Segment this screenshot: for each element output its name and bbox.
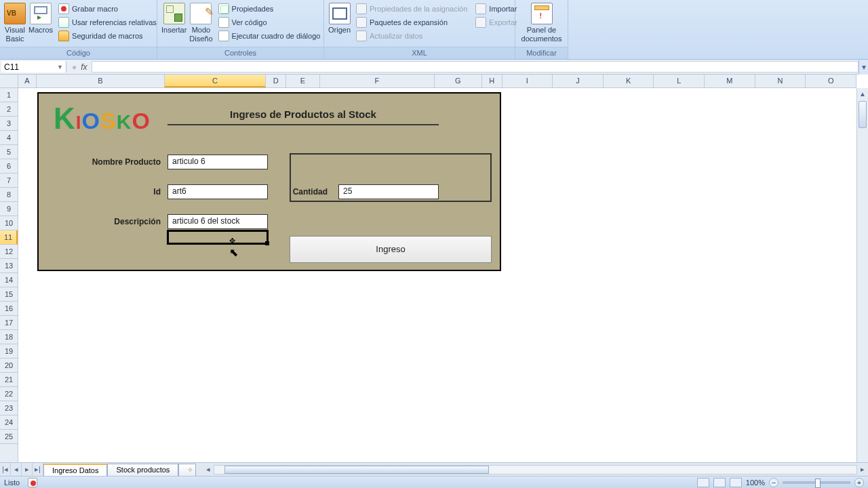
vertical-scrollbar[interactable]: ▲ bbox=[856, 88, 868, 462]
record-macro-button[interactable]: Grabar macro bbox=[56, 3, 159, 15]
column-headers[interactable]: ABCDEFGHIJKLMNO bbox=[18, 75, 856, 88]
row-header-21[interactable]: 21 bbox=[0, 373, 18, 387]
row-header-24[interactable]: 24 bbox=[0, 415, 18, 430]
row-header-22[interactable]: 22 bbox=[0, 387, 18, 401]
column-header-L[interactable]: L bbox=[654, 75, 705, 87]
column-header-K[interactable]: K bbox=[604, 75, 654, 87]
sheet-tab-stock-productos[interactable]: Stock productos bbox=[107, 464, 178, 476]
column-header-I[interactable]: I bbox=[502, 75, 553, 87]
column-header-N[interactable]: N bbox=[755, 75, 806, 87]
row-header-14[interactable]: 14 bbox=[0, 273, 18, 287]
row-header-2[interactable]: 2 bbox=[0, 102, 18, 117]
select-all-corner[interactable] bbox=[0, 75, 18, 88]
source-button[interactable]: Origen bbox=[327, 1, 352, 46]
expansion-packs-button[interactable]: Paquetes de expansión bbox=[353, 16, 470, 28]
row-header-23[interactable]: 23 bbox=[0, 401, 18, 415]
document-panel-button[interactable]: Panel de documentos bbox=[518, 1, 565, 46]
tab-next-icon[interactable]: ▸ bbox=[22, 463, 33, 476]
hscroll-left-icon[interactable]: ◂ bbox=[203, 465, 214, 474]
properties-button[interactable]: Propiedades bbox=[216, 3, 323, 15]
row-header-16[interactable]: 16 bbox=[0, 302, 18, 316]
macros-icon bbox=[30, 3, 52, 24]
row-header-7[interactable]: 7 bbox=[0, 174, 18, 188]
column-header-H[interactable]: H bbox=[482, 75, 502, 87]
row-header-19[interactable]: 19 bbox=[0, 344, 18, 359]
export-label: Exportar bbox=[489, 18, 517, 26]
visual-basic-button[interactable]: Visual Basic bbox=[3, 1, 27, 46]
tab-nav-buttons[interactable]: |◂ ◂ ▸ ▸| bbox=[0, 463, 43, 476]
zoom-out-button[interactable]: − bbox=[769, 478, 778, 487]
row-header-1[interactable]: 1 bbox=[0, 88, 18, 102]
macros-button[interactable]: Macros bbox=[27, 1, 54, 46]
formula-bar-input[interactable] bbox=[92, 61, 859, 73]
ingreso-button[interactable]: Ingreso bbox=[290, 236, 492, 263]
row-header-18[interactable]: 18 bbox=[0, 330, 18, 344]
row-header-5[interactable]: 5 bbox=[0, 145, 18, 159]
import-button[interactable]: Importar bbox=[473, 3, 520, 15]
name-box[interactable]: C11 ▼ bbox=[1, 61, 66, 73]
row-header-25[interactable]: 25 bbox=[0, 430, 18, 444]
row-header-6[interactable]: 6 bbox=[0, 159, 18, 174]
tab-last-icon[interactable]: ▸| bbox=[33, 463, 43, 476]
row-header-15[interactable]: 15 bbox=[0, 287, 18, 302]
input-nombre-producto[interactable]: articulo 6 bbox=[167, 155, 268, 169]
name-box-dropdown-icon[interactable]: ▼ bbox=[57, 64, 63, 70]
zoom-level[interactable]: 100% bbox=[746, 479, 765, 487]
run-dialog-button[interactable]: Ejecutar cuadro de diálogo bbox=[216, 30, 323, 42]
column-header-E[interactable]: E bbox=[286, 75, 320, 87]
zoom-in-button[interactable]: + bbox=[854, 478, 864, 487]
column-header-D[interactable]: D bbox=[266, 75, 286, 87]
row-header-20[interactable]: 20 bbox=[0, 359, 18, 373]
tab-first-icon[interactable]: |◂ bbox=[0, 463, 11, 476]
new-sheet-button[interactable]: ✧ bbox=[178, 464, 196, 476]
record-icon bbox=[58, 3, 69, 14]
column-header-M[interactable]: M bbox=[705, 75, 755, 87]
scroll-up-icon[interactable]: ▲ bbox=[857, 88, 868, 100]
row-header-3[interactable]: 3 bbox=[0, 117, 18, 131]
row-header-10[interactable]: 10 bbox=[0, 216, 18, 230]
column-header-B[interactable]: B bbox=[37, 75, 165, 87]
relative-refs-button[interactable]: Usar referencias relativas bbox=[56, 16, 159, 28]
row-header-11[interactable]: 11 bbox=[0, 230, 18, 245]
row-header-9[interactable]: 9 bbox=[0, 202, 18, 216]
vscroll-thumb[interactable] bbox=[859, 101, 867, 128]
view-code-button[interactable]: Ver código bbox=[216, 16, 323, 28]
hscroll-thumb[interactable] bbox=[224, 466, 489, 474]
insert-control-button[interactable]: Insertar bbox=[160, 1, 188, 46]
column-header-C[interactable]: C bbox=[165, 75, 266, 87]
refresh-icon bbox=[356, 30, 367, 41]
hscroll-track[interactable] bbox=[214, 465, 857, 474]
view-code-label: Ver código bbox=[232, 18, 267, 26]
row-header-4[interactable]: 4 bbox=[0, 131, 18, 145]
row-headers[interactable]: 1234567891011121314151617181920212223242… bbox=[0, 88, 18, 462]
view-page-layout-button[interactable] bbox=[713, 478, 726, 487]
column-header-G[interactable]: G bbox=[435, 75, 482, 87]
tab-prev-icon[interactable]: ◂ bbox=[11, 463, 22, 476]
row-header-12[interactable]: 12 bbox=[0, 245, 18, 259]
input-descripcion[interactable]: articulo 6 del stock bbox=[167, 214, 268, 229]
fx-icon[interactable]: fx bbox=[81, 62, 87, 72]
formula-bar-expand-icon[interactable]: ▾ bbox=[859, 60, 868, 75]
design-mode-button[interactable]: Modo Diseño bbox=[188, 1, 214, 46]
expansion-packs-label: Paquetes de expansión bbox=[370, 18, 448, 26]
grid[interactable]: KIOSKO Ingreso de Productos al Stock Nom… bbox=[18, 88, 856, 462]
input-cantidad[interactable]: 25 bbox=[338, 184, 439, 199]
row-header-8[interactable]: 8 bbox=[0, 188, 18, 202]
column-header-A[interactable]: A bbox=[18, 75, 37, 87]
column-header-J[interactable]: J bbox=[553, 75, 604, 87]
view-page-break-button[interactable] bbox=[730, 478, 742, 487]
ribbon-group-controles: Insertar Modo Diseño Propiedades Ver cód… bbox=[157, 0, 324, 59]
column-header-F[interactable]: F bbox=[320, 75, 435, 87]
hscroll-right-icon[interactable]: ▸ bbox=[857, 465, 868, 474]
horizontal-scrollbar[interactable]: ◂ ▸ bbox=[203, 463, 868, 476]
view-normal-button[interactable] bbox=[697, 478, 709, 487]
macro-security-button[interactable]: Seguridad de macros bbox=[56, 30, 159, 42]
input-id[interactable]: art6 bbox=[167, 184, 268, 199]
column-header-O[interactable]: O bbox=[806, 75, 856, 87]
zoom-slider[interactable] bbox=[783, 481, 850, 484]
sheet-tab-ingreso-datos[interactable]: Ingreso Datos bbox=[43, 464, 107, 476]
row-header-13[interactable]: 13 bbox=[0, 259, 18, 273]
record-status-icon[interactable] bbox=[28, 478, 37, 487]
code-icon bbox=[218, 17, 229, 28]
row-header-17[interactable]: 17 bbox=[0, 316, 18, 330]
